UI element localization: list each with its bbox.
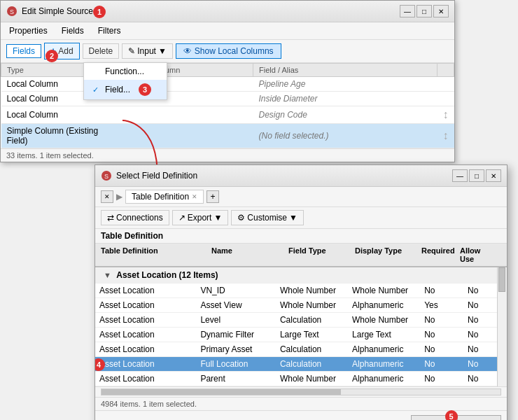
menu-fields[interactable]: Fields [59, 24, 87, 37]
badge-2: 2 [46, 50, 58, 62]
export-label: Export [188, 213, 212, 223]
breadcrumb-label: Table Definition [132, 192, 189, 202]
select-maximize-button[interactable]: □ [469, 169, 484, 182]
table-row[interactable]: Asset Location Asset View Whole Number A… [95, 298, 507, 313]
table-row[interactable]: Asset Location VN_ID Whole Number Whole … [95, 284, 507, 298]
connections-button[interactable]: ⇄ Connections [101, 210, 169, 225]
select-window-title: Select Field Definition [116, 171, 452, 181]
col-field-header: Field / Alias [253, 64, 438, 77]
dropdown-function[interactable]: Function... [84, 63, 167, 80]
close-button[interactable]: ✕ [433, 5, 449, 18]
input-dropdown: Function... ✓ Field... 3 [83, 62, 167, 100]
row-field: (No field selected.) [253, 124, 438, 148]
row-req: Yes [420, 298, 463, 313]
edit-table-container: Type Local Column Field / Alias Local Co… [1, 63, 454, 148]
table-row-selected[interactable]: 4 Asset Location Full Location Calculati… [95, 357, 507, 372]
row-name: VN_ID [196, 284, 275, 298]
maximize-button[interactable]: □ [416, 5, 432, 18]
add-label: Add [58, 46, 73, 56]
table-row[interactable]: Asset Location Dynamic Filter Large Text… [95, 328, 507, 342]
row-scroll [438, 92, 454, 106]
tab-fields[interactable]: Fields [6, 44, 41, 58]
select-app-icon: S [101, 170, 112, 181]
edit-titlebar: S Edit Simple Source 1 — □ ✕ [1, 1, 454, 22]
select-minimize-button[interactable]: — [452, 169, 468, 182]
row-name: Asset View [196, 298, 275, 313]
table-row[interactable]: Local Column Inside Diameter [1, 92, 454, 106]
row-def: Asset Location [95, 313, 196, 328]
row-name: Primary Asset [196, 342, 275, 357]
row-req: No [420, 372, 463, 386]
row-req: No [420, 357, 463, 372]
row-dtype: Alphanumeric [348, 372, 420, 386]
edit-table: Type Local Column Field / Alias Local Co… [1, 63, 454, 148]
input-icon: ✎ [128, 46, 135, 56]
menu-filters[interactable]: Filters [95, 24, 124, 37]
export-button[interactable]: ↗ Export ▼ [172, 210, 229, 225]
delete-button[interactable]: Delete [83, 43, 120, 59]
app-icon: S [6, 6, 18, 17]
select-table-container: ▼ Asset Location (12 Items) Asset Locati… [95, 267, 507, 386]
col-header-req: Required [417, 244, 456, 266]
action-buttons: OK 5 Cancel [95, 410, 507, 420]
minimize-button[interactable]: — [400, 5, 415, 18]
menu-properties[interactable]: Properties [6, 24, 50, 37]
select-close-button[interactable]: ✕ [486, 169, 501, 182]
row-ftype: Large Text [276, 328, 348, 342]
select-col-headers: Table Definition Name Field Type Display… [95, 244, 507, 267]
table-row[interactable]: Asset Location Primary Asset Calculation… [95, 342, 507, 357]
select-field-window: S Select Field Definition — □ ✕ ✕ ▶ Tabl… [94, 164, 507, 420]
breadcrumb-bar: ✕ ▶ Table Definition ✕ + [95, 187, 507, 207]
row-def: Asset Location [95, 342, 196, 357]
cancel-button[interactable]: Cancel [457, 415, 501, 420]
ok-button[interactable]: OK 5 [411, 415, 452, 420]
connections-label: Connections [116, 213, 163, 223]
edit-window-title: Edit Simple Source [22, 6, 400, 16]
breadcrumb-add-button[interactable]: + [206, 190, 219, 203]
row-dtype: Alphanumeric [348, 357, 420, 372]
vertical-scrollbar[interactable] [497, 267, 507, 386]
horizontal-scrollbar[interactable] [101, 388, 501, 396]
row-field: Design Code [253, 106, 438, 124]
row-def: 4 Asset Location [95, 357, 196, 372]
row-dtype: Whole Number [348, 313, 420, 328]
breadcrumb-tab-close[interactable]: ✕ [192, 193, 197, 200]
row-def: Asset Location [95, 298, 196, 313]
select-table: ▼ Asset Location (12 Items) Asset Locati… [95, 267, 507, 386]
group-label: Asset Location (12 Items) [116, 270, 218, 280]
titlebar-controls: — □ ✕ [400, 5, 449, 18]
row-type: Simple Column (Existing Field) [1, 124, 127, 148]
export-icon: ↗ [178, 213, 186, 223]
table-row[interactable]: Local Column Pipeline Age [1, 77, 454, 92]
row-scroll [438, 77, 454, 92]
customise-button[interactable]: ⚙ Customise ▼ [231, 210, 304, 225]
row-type: Local Column [1, 106, 127, 124]
row-req: No [420, 342, 463, 357]
export-chevron: ▼ [214, 213, 222, 223]
select-toolbar: ⇄ Connections ↗ Export ▼ ⚙ Customise ▼ [95, 207, 507, 229]
dropdown-field[interactable]: ✓ Field... 3 [84, 80, 167, 99]
function-label: Function... [105, 66, 144, 76]
show-local-columns-button[interactable]: 👁 Show Local Columns [176, 43, 281, 59]
horizontal-scrollbar-container [95, 386, 507, 397]
table-row[interactable]: Asset Location Parent Whole Number Alpha… [95, 372, 507, 386]
input-chevron: ▼ [158, 46, 167, 56]
table-row[interactable]: Asset Location Level Calculation Whole N… [95, 313, 507, 328]
breadcrumb-tab[interactable]: Table Definition ✕ [125, 190, 204, 204]
show-local-label: Show Local Columns [195, 46, 274, 56]
customise-chevron: ▼ [289, 213, 298, 223]
row-localcol [127, 106, 253, 124]
delete-label: Delete [89, 46, 113, 56]
row-req: No [420, 328, 463, 342]
row-name: Parent [196, 372, 275, 386]
row-def: Asset Location [95, 372, 196, 386]
col-header-ftype: Field Type [284, 244, 351, 266]
table-row-selected[interactable]: Simple Column (Existing Field) (No field… [1, 124, 454, 148]
select-statusbar: 4984 items. 1 item selected. [95, 397, 507, 410]
breadcrumb-arrow: ▶ [116, 192, 122, 202]
breadcrumb-close[interactable]: ✕ [101, 190, 113, 203]
menubar: Properties Fields Filters [1, 22, 454, 40]
field-check: ✓ [92, 85, 101, 94]
input-button[interactable]: ✎ Input ▼ [122, 43, 173, 59]
table-row[interactable]: Local Column Design Code ↕ [1, 106, 454, 124]
